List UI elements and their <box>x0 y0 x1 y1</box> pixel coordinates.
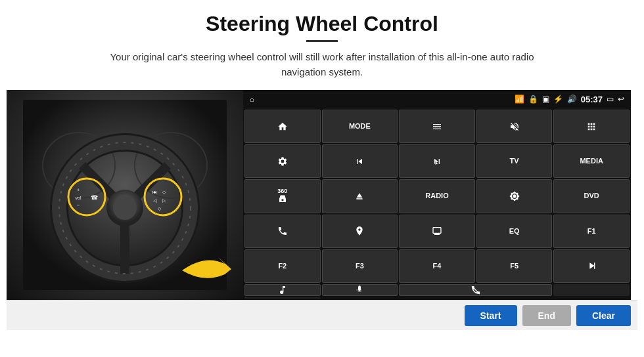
screen-icon: ▭ <box>607 94 614 104</box>
btn-media[interactable]: MEDIA <box>553 144 630 178</box>
btn-empty1 <box>553 284 630 296</box>
status-bar: ⌂ 📶 🔒 ▣ ⚡ 🔊 05:37 ▭ ↩ <box>243 90 631 108</box>
btn-apps[interactable] <box>553 110 630 143</box>
title-divider <box>306 40 338 42</box>
btn-tv[interactable]: TV <box>476 144 553 178</box>
btn-mic[interactable] <box>322 284 398 296</box>
btn-call[interactable] <box>399 284 552 296</box>
steering-wheel-image: + vol − ☎ ⏮ ◇ ◁ ▷ ◇ <box>7 90 243 300</box>
status-bar-left: ⌂ <box>250 95 254 103</box>
btn-radio[interactable]: RADIO <box>399 179 475 213</box>
start-button[interactable]: Start <box>465 305 517 326</box>
btn-prev[interactable] <box>322 144 398 178</box>
btn-f5[interactable]: F5 <box>476 249 553 283</box>
btn-music[interactable] <box>244 284 321 296</box>
btn-360[interactable]: 360 <box>244 179 321 213</box>
sim-icon: ▣ <box>542 94 549 104</box>
btn-brightness[interactable] <box>476 179 553 213</box>
back-icon: ↩ <box>618 94 624 104</box>
btn-next[interactable] <box>399 144 475 178</box>
btn-f1[interactable]: F1 <box>553 215 630 248</box>
btn-empty2 <box>244 297 321 299</box>
btn-dvd[interactable]: DVD <box>553 179 630 213</box>
bottom-bar: Start End Clear <box>7 300 637 330</box>
svg-point-11 <box>113 196 137 220</box>
btn-screen[interactable] <box>399 215 475 248</box>
svg-text:⏮: ⏮ <box>152 190 157 194</box>
btn-phone[interactable] <box>244 215 321 248</box>
btn-nav[interactable] <box>322 215 398 248</box>
btn-f2[interactable]: F2 <box>244 249 321 283</box>
page-wrapper: Steering Wheel Control Your original car… <box>0 0 644 357</box>
btn-eq[interactable]: EQ <box>476 215 553 248</box>
bt-icon: ⚡ <box>553 94 563 104</box>
btn-mode[interactable]: MODE <box>322 110 398 143</box>
btn-menu[interactable] <box>399 110 475 143</box>
vol-icon: 🔊 <box>567 94 577 104</box>
svg-text:−: − <box>77 202 80 208</box>
yellow-arrow <box>179 251 238 290</box>
clear-button[interactable]: Clear <box>576 305 631 326</box>
control-panel: ⌂ 📶 🔒 ▣ ⚡ 🔊 05:37 ▭ ↩ <box>243 90 631 300</box>
btn-home[interactable] <box>244 110 321 143</box>
content-row: + vol − ☎ ⏮ ◇ ◁ ▷ ◇ <box>7 90 637 300</box>
btn-playpause[interactable] <box>553 249 630 283</box>
status-time: 05:37 <box>581 94 603 104</box>
btn-f4[interactable]: F4 <box>399 249 475 283</box>
lock-icon: 🔒 <box>528 94 538 104</box>
btn-settings[interactable] <box>244 144 321 178</box>
btn-eject[interactable] <box>322 179 398 213</box>
end-button[interactable]: End <box>522 305 571 326</box>
page-title: Steering Wheel Control <box>206 12 438 36</box>
status-bar-right: 📶 🔒 ▣ ⚡ 🔊 05:37 ▭ ↩ <box>515 94 624 104</box>
svg-text:vol: vol <box>76 196 81 200</box>
btn-f3[interactable]: F3 <box>322 249 398 283</box>
button-grid: MODE TV <box>243 108 631 300</box>
svg-text:☎: ☎ <box>91 194 98 201</box>
wifi-icon: 📶 <box>515 94 524 104</box>
btn-mute[interactable] <box>476 110 553 143</box>
svg-text:+: + <box>77 187 80 193</box>
page-subtitle: Your original car's steering wheel contr… <box>92 50 552 79</box>
home-status-icon: ⌂ <box>250 95 254 103</box>
